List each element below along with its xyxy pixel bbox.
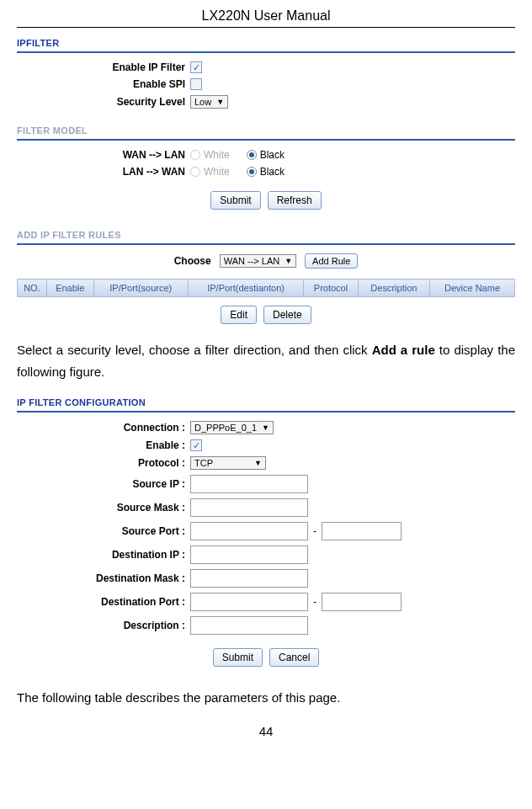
- dest-mask-label: Destination Mask :: [17, 572, 185, 584]
- ip-filter-config-section-title: IP FILTER CONFIGURATION: [17, 397, 515, 407]
- enable-spi-label: Enable SPI: [17, 78, 185, 90]
- divider: [17, 139, 515, 141]
- enable-label: Enable :: [17, 439, 185, 451]
- security-level-select[interactable]: Low ▼: [190, 95, 228, 109]
- filter-model-section-title: FILTER MODEL: [17, 125, 515, 136]
- description-input[interactable]: [190, 616, 308, 635]
- rules-table: NO. Enable IP/Port(source) IP/Port(desti…: [17, 279, 515, 297]
- divider: [17, 243, 515, 245]
- add-rule-button[interactable]: Add Rule: [305, 253, 358, 269]
- col-dest: IP/Port(destianton): [188, 279, 303, 297]
- security-level-label: Security Level: [17, 96, 185, 108]
- dest-ip-label: Destination IP :: [17, 549, 185, 561]
- delete-button[interactable]: Delete: [263, 306, 311, 324]
- source-port-to-input[interactable]: [322, 522, 402, 540]
- filter-model-form: WAN --> LAN White Black LAN --> WAN Whit…: [17, 149, 515, 213]
- edit-button[interactable]: Edit: [221, 306, 257, 324]
- chevron-down-icon: ▼: [262, 423, 269, 432]
- wan-lan-white-radio[interactable]: [190, 150, 200, 160]
- dest-ip-input[interactable]: [190, 546, 308, 564]
- protocol-label: Protocol :: [17, 457, 185, 469]
- choose-label: Choose: [174, 255, 211, 267]
- source-ip-label: Source IP :: [17, 478, 185, 490]
- black-label: Black: [260, 149, 285, 161]
- cancel-button[interactable]: Cancel: [269, 648, 319, 667]
- ip-filter-config-form: Connection : D_PPPoE_0_1 ▼ Enable : ✓ Pr…: [17, 421, 515, 670]
- dest-mask-input[interactable]: [190, 569, 308, 588]
- white-label: White: [204, 149, 230, 161]
- lan-wan-black-radio[interactable]: [247, 167, 257, 177]
- enable-ip-filter-checkbox[interactable]: ✓: [190, 61, 202, 73]
- choose-direction-value: WAN --> LAN: [224, 256, 280, 266]
- dest-port-label: Destination Port :: [17, 596, 185, 608]
- connection-value: D_PPPoE_0_1: [194, 423, 257, 433]
- lan-wan-label: LAN --> WAN: [17, 166, 185, 178]
- lan-wan-white-radio[interactable]: [190, 167, 200, 177]
- dash: -: [313, 525, 317, 537]
- dash: -: [313, 596, 317, 608]
- enable-spi-checkbox[interactable]: [190, 78, 202, 90]
- chevron-down-icon: ▼: [285, 257, 292, 265]
- ipfilter-form: Enable IP Filter ✓ Enable SPI Security L…: [17, 61, 515, 109]
- col-no: NO.: [18, 279, 47, 297]
- security-level-value: Low: [194, 97, 211, 107]
- submit-button[interactable]: Submit: [210, 191, 260, 210]
- enable-ip-filter-label: Enable IP Filter: [17, 61, 185, 73]
- col-enable: Enable: [46, 279, 93, 297]
- source-port-label: Source Port :: [17, 525, 185, 537]
- source-port-from-input[interactable]: [190, 522, 308, 540]
- source-mask-input[interactable]: [190, 498, 308, 517]
- source-ip-input[interactable]: [190, 475, 308, 493]
- divider: [17, 51, 515, 53]
- page-number: 44: [17, 724, 515, 738]
- enable-checkbox[interactable]: ✓: [190, 439, 202, 451]
- wan-lan-label: WAN --> LAN: [17, 149, 185, 161]
- chevron-down-icon: ▼: [216, 98, 224, 106]
- protocol-select[interactable]: TCP ▼: [190, 456, 266, 470]
- dest-port-to-input[interactable]: [322, 593, 402, 611]
- col-source: IP/Port(source): [93, 279, 188, 297]
- col-device: Device Name: [430, 279, 515, 297]
- add-rules-section-title: ADD IP FILTER RULES: [17, 230, 515, 240]
- black-label: Black: [260, 166, 285, 178]
- col-protocol: Protocol: [304, 279, 358, 297]
- ipfilter-section-title: IPFILTER: [17, 38, 515, 48]
- protocol-value: TCP: [194, 458, 213, 468]
- instruction-paragraph-2: The following table describes the parame…: [17, 687, 515, 709]
- dest-port-from-input[interactable]: [190, 593, 308, 611]
- choose-direction-select[interactable]: WAN --> LAN ▼: [220, 254, 296, 268]
- connection-label: Connection :: [17, 422, 185, 434]
- description-label: Description :: [17, 620, 185, 631]
- connection-select[interactable]: D_PPPoE_0_1 ▼: [190, 421, 274, 434]
- refresh-button[interactable]: Refresh: [268, 191, 322, 210]
- instruction-paragraph-1: Select a security level, choose a filter…: [17, 339, 515, 382]
- divider: [17, 411, 515, 412]
- white-label: White: [204, 166, 230, 178]
- submit-button[interactable]: Submit: [213, 648, 263, 667]
- col-desc: Description: [358, 279, 429, 297]
- wan-lan-black-radio[interactable]: [247, 150, 257, 160]
- page-header: LX220N User Manual: [17, 8, 515, 28]
- source-mask-label: Source Mask :: [17, 502, 185, 514]
- chevron-down-icon: ▼: [254, 459, 262, 467]
